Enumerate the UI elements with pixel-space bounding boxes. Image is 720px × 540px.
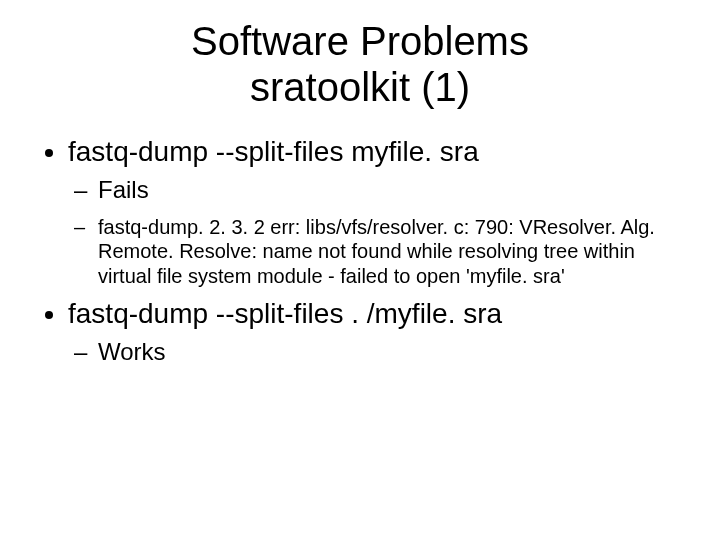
sub-item: Fails [98,175,680,205]
sub-text: Works [98,338,166,365]
bullet-text: fastq-dump --split-files . /myfile. sra [68,298,502,329]
sub-sub-text: fastq-dump. 2. 3. 2 err: libs/vfs/resolv… [98,216,655,287]
title-line-1: Software Problems [191,19,529,63]
sub-list: Works [68,337,680,367]
slide-title: Software Problems sratoolkit (1) [40,18,680,110]
bullet-text: fastq-dump --split-files myfile. sra [68,136,479,167]
sub-sub-list: fastq-dump. 2. 3. 2 err: libs/vfs/resolv… [68,215,680,288]
bullet-item: fastq-dump --split-files . /myfile. sra … [68,296,680,367]
bullet-item: fastq-dump --split-files myfile. sra Fai… [68,134,680,288]
sub-item: Works [98,337,680,367]
sub-sub-item: fastq-dump. 2. 3. 2 err: libs/vfs/resolv… [98,215,680,288]
title-line-2: sratoolkit (1) [250,65,470,109]
slide: Software Problems sratoolkit (1) fastq-d… [0,0,720,540]
sub-text: Fails [98,176,149,203]
bullet-list: fastq-dump --split-files myfile. sra Fai… [40,134,680,367]
sub-list: Fails [68,175,680,205]
